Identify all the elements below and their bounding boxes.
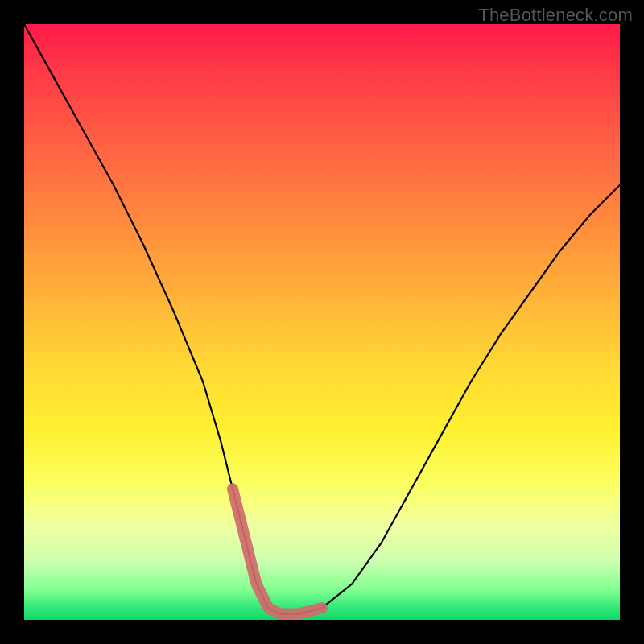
watermark-text: TheBottleneck.com: [478, 5, 633, 26]
optimal-zone-highlight: [233, 489, 322, 613]
bottleneck-curve-path: [24, 24, 620, 614]
plot-area: [24, 24, 620, 620]
curve-overlay: [24, 24, 620, 620]
